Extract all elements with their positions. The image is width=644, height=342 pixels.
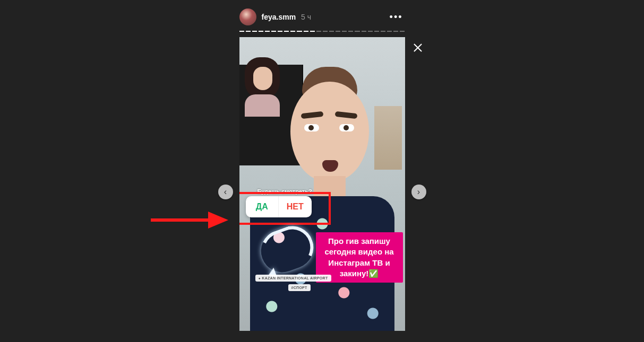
progress-segment — [297, 31, 302, 32]
progress-segment — [284, 31, 289, 32]
progress-segment — [278, 31, 282, 32]
progress-segment — [368, 31, 373, 32]
progress-segment — [290, 31, 295, 32]
inset-person-sticker — [239, 55, 285, 117]
progress-segment — [271, 31, 276, 32]
progress-segment — [323, 31, 328, 32]
progress-segment — [393, 31, 398, 32]
background-shelf — [374, 106, 402, 170]
progress-segment — [316, 31, 321, 32]
progress-segment — [362, 31, 366, 32]
hashtag-sticker[interactable]: #СПОРТ — [288, 284, 311, 291]
more-options-icon[interactable]: ••• — [388, 12, 405, 23]
poll-yes-button[interactable]: ДА — [246, 196, 279, 217]
story-media[interactable]: Будешь смотреть? ДА НЕТ Про гив запишу с… — [239, 37, 405, 331]
progress-segment — [239, 31, 244, 32]
location-sticker[interactable]: ● KAZAN INTERNATIONAL AIRPORT — [255, 275, 331, 282]
progress-segment — [252, 31, 257, 32]
prev-story-button[interactable]: ‹ — [218, 185, 233, 199]
progress-segment — [259, 31, 263, 32]
poll-sticker: ДА НЕТ — [246, 196, 312, 217]
story-viewer: feya.smm 5 ч ••• Будешь смотреть? ДА НЕТ… — [239, 0, 405, 331]
progress-segment — [348, 31, 353, 32]
annotation-arrow — [149, 209, 228, 231]
next-story-button[interactable]: › — [411, 185, 426, 199]
close-button[interactable] — [411, 41, 424, 54]
progress-segment — [329, 31, 334, 32]
progress-segment — [265, 31, 270, 32]
username[interactable]: feya.smm — [262, 13, 296, 21]
progress-segment — [400, 31, 405, 32]
svg-marker-1 — [208, 212, 228, 229]
poll-no-button[interactable]: НЕТ — [279, 196, 312, 217]
progress-segment — [342, 31, 347, 32]
chevron-right-icon: › — [417, 187, 420, 197]
avatar[interactable] — [239, 8, 256, 25]
progress-segment — [336, 31, 340, 32]
progress-segment — [304, 31, 308, 32]
story-header: feya.smm 5 ч ••• — [239, 0, 405, 31]
progress-segment — [387, 31, 392, 32]
progress-segment — [355, 31, 359, 32]
story-time: 5 ч — [301, 13, 311, 21]
progress-segment — [374, 31, 379, 32]
chevron-left-icon: ‹ — [224, 187, 227, 197]
story-progress — [239, 31, 405, 32]
progress-segment — [381, 31, 385, 32]
progress-segment — [246, 31, 251, 32]
progress-segment — [310, 31, 315, 32]
poll-question: Будешь смотреть? — [257, 188, 312, 195]
